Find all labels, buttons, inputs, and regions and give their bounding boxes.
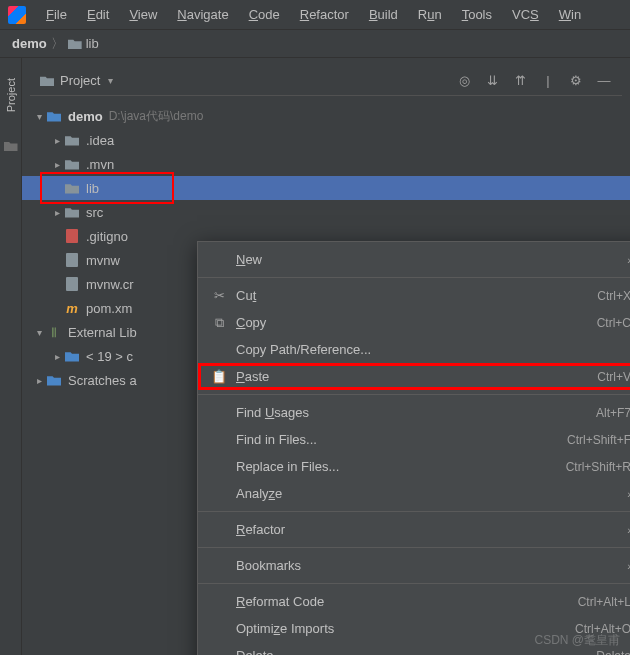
scratches-icon [47, 375, 61, 386]
tree-label: .gitigno [86, 229, 128, 244]
label: Replace in Files... [236, 459, 566, 474]
cm-copypath[interactable]: Copy Path/Reference... [198, 336, 630, 363]
divider: | [540, 73, 556, 88]
shortcut: Ctrl+V [597, 370, 630, 384]
tree-label: mvnw.cr [86, 277, 134, 292]
folder-icon [65, 183, 79, 194]
menu-window[interactable]: Win [549, 3, 591, 26]
tree-label: lib [86, 181, 99, 196]
paste-icon: 📋 [210, 369, 228, 384]
chevron-right-icon[interactable] [50, 135, 64, 146]
shortcut: Ctrl+Alt+L [578, 595, 630, 609]
hide-icon[interactable]: — [596, 73, 612, 88]
app-icon [8, 6, 26, 24]
folder-icon [40, 75, 54, 86]
cm-copy[interactable]: ⧉ Copy Ctrl+C [198, 309, 630, 336]
breadcrumb-root[interactable]: demo [12, 36, 47, 51]
tree-label: .idea [86, 133, 114, 148]
context-menu: New › ✂ Cut Ctrl+X ⧉ Copy Ctrl+C Copy Pa… [197, 241, 630, 655]
chevron-right-icon: 〉 [51, 35, 64, 53]
shortcut: Alt+F7 [596, 406, 630, 420]
separator [198, 277, 630, 278]
folder-icon [68, 38, 82, 49]
folder-icon [4, 140, 18, 151]
folder-icon [65, 135, 79, 146]
menu-tools[interactable]: Tools [452, 3, 502, 26]
gear-icon[interactable]: ⚙ [568, 73, 584, 88]
chevron-down-icon[interactable]: ▾ [108, 75, 113, 86]
copy-icon: ⧉ [210, 315, 228, 331]
tree-label: .mvn [86, 157, 114, 172]
label: Bookmarks [236, 558, 627, 573]
separator [198, 547, 630, 548]
cm-new[interactable]: New › [198, 246, 630, 273]
label: Find in Files... [236, 432, 567, 447]
tree-label: External Lib [68, 325, 137, 340]
gitignore-icon [66, 229, 78, 243]
menu-navigate[interactable]: Navigate [167, 3, 238, 26]
menu-build[interactable]: Build [359, 3, 408, 26]
shortcut: Delete [596, 649, 630, 656]
shortcut: Ctrl+Shift+R [566, 460, 630, 474]
tree-item-idea[interactable]: .idea [22, 128, 630, 152]
target-icon[interactable]: ◎ [456, 73, 472, 88]
tree-label: Scratches a [68, 373, 137, 388]
folder-icon [65, 159, 79, 170]
cm-reformat[interactable]: Reformat Code Ctrl+Alt+L [198, 588, 630, 615]
expand-all-icon[interactable]: ⇊ [484, 73, 500, 88]
side-tab-project[interactable]: Project [0, 58, 22, 655]
separator [198, 583, 630, 584]
menu-edit[interactable]: Edit [77, 3, 119, 26]
cm-findusages[interactable]: Find Usages Alt+F7 [198, 399, 630, 426]
collapse-all-icon[interactable]: ⇈ [512, 73, 528, 88]
tree-item-src[interactable]: src [22, 200, 630, 224]
breadcrumb: demo 〉 lib [0, 30, 630, 58]
cm-findinfiles[interactable]: Find in Files... Ctrl+Shift+F [198, 426, 630, 453]
menu-file[interactable]: File [36, 3, 77, 26]
file-icon [66, 277, 78, 291]
menu-view[interactable]: View [119, 3, 167, 26]
file-icon [66, 253, 78, 267]
folder-icon [65, 207, 79, 218]
tree-item-mvn[interactable]: .mvn [22, 152, 630, 176]
shortcut: Ctrl+X [597, 289, 630, 303]
cm-bookmarks[interactable]: Bookmarks › [198, 552, 630, 579]
chevron-right-icon[interactable] [50, 159, 64, 170]
chevron-right-icon[interactable] [50, 207, 64, 218]
cm-refactor[interactable]: Refactor › [198, 516, 630, 543]
library-icon: ⦀ [46, 325, 62, 339]
shortcut: Ctrl+C [597, 316, 630, 330]
project-panel: Project ▾ ◎ ⇊ ⇈ | ⚙ — demo D:\java代码\dem… [22, 58, 630, 655]
chevron-right-icon[interactable] [32, 375, 46, 386]
tree-root[interactable]: demo D:\java代码\demo [22, 104, 630, 128]
panel-header: Project ▾ ◎ ⇊ ⇈ | ⚙ — [30, 66, 622, 96]
jdk-icon [65, 351, 79, 362]
cm-paste[interactable]: 📋 Paste Ctrl+V [198, 363, 630, 390]
menu-refactor[interactable]: Refactor [290, 3, 359, 26]
breadcrumb-child[interactable]: lib [86, 36, 99, 51]
separator [198, 511, 630, 512]
panel-toolbar: ◎ ⇊ ⇈ | ⚙ — [456, 73, 612, 88]
main-area: Project Project ▾ ◎ ⇊ ⇈ | ⚙ — demo D:\ja… [0, 58, 630, 655]
tree-label: src [86, 205, 103, 220]
menu-vcs[interactable]: VCS [502, 3, 549, 26]
tree-label: < 19 > c [86, 349, 133, 364]
cm-cut[interactable]: ✂ Cut Ctrl+X [198, 282, 630, 309]
shortcut: Ctrl+Shift+F [567, 433, 630, 447]
chevron-down-icon[interactable] [32, 111, 46, 122]
tree-label: demo [68, 109, 103, 124]
menubar: File Edit View Navigate Code Refactor Bu… [0, 0, 630, 30]
cm-replaceinfiles[interactable]: Replace in Files... Ctrl+Shift+R [198, 453, 630, 480]
tree-label: pom.xm [86, 301, 132, 316]
tree-label: mvnw [86, 253, 120, 268]
chevron-down-icon[interactable] [32, 327, 46, 338]
panel-title[interactable]: Project [60, 73, 100, 88]
watermark: CSDN @耄皇甫 [534, 632, 620, 649]
tree-item-lib[interactable]: lib [22, 176, 630, 200]
separator [198, 394, 630, 395]
cm-analyze[interactable]: Analyze › [198, 480, 630, 507]
tree-path: D:\java代码\demo [109, 108, 204, 125]
menu-run[interactable]: Run [408, 3, 452, 26]
menu-code[interactable]: Code [239, 3, 290, 26]
chevron-right-icon[interactable] [50, 351, 64, 362]
